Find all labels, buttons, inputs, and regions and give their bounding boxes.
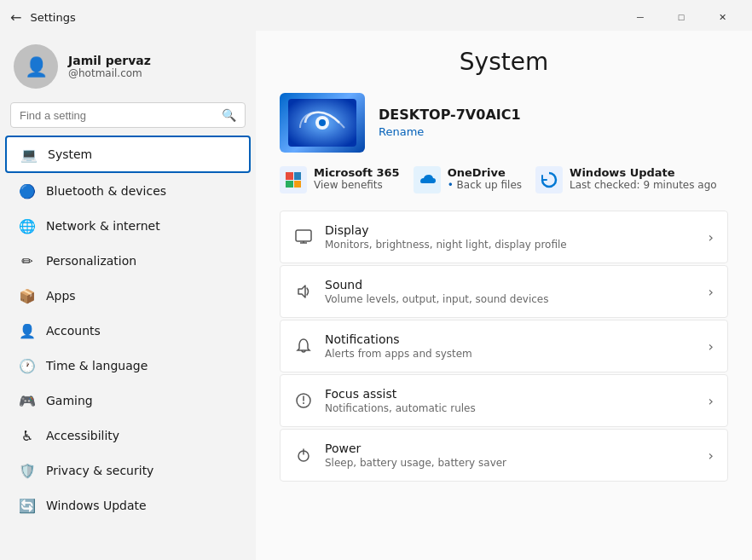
settings-item-display[interactable]: Display Monitors, brightness, night ligh… [280,211,728,263]
user-profile: 👤 Jamil pervaz @hotmail.com [0,31,256,99]
ms365-text: Microsoft 365 View benefits [314,166,400,191]
onedrive-name: OneDrive [448,166,522,179]
sound-text: Sound Volume levels, output, input, soun… [325,278,548,305]
display-chevron: › [709,229,714,245]
sidebar-item-accessibility[interactable]: ♿ Accessibility [5,419,251,453]
sidebar-item-bluetooth-label: Bluetooth & devices [46,184,166,198]
winupdate-name: Windows Update [570,166,717,179]
sidebar-item-accounts-label: Accounts [46,324,101,338]
device-name: DESKTOP-7V0AIC1 [379,107,521,123]
settings-item-sound[interactable]: Sound Volume levels, output, input, soun… [280,265,728,318]
winupdate-desc: Last checked: 9 minutes ago [570,179,717,191]
onedrive-icon [414,166,441,193]
sidebar-item-network-label: Network & internet [46,219,160,233]
update-icon: 🔄 [19,497,36,514]
service-ms365[interactable]: Microsoft 365 View benefits [280,166,400,193]
focusassist-title: Focus assist [325,387,476,401]
window-controls: ─ □ ✕ [621,5,742,29]
notifications-title: Notifications [325,332,472,346]
sidebar-nav: 💻 System 🔵 Bluetooth & devices 🌐 Network… [0,135,256,523]
svg-point-2 [319,119,326,126]
notifications-left: Notifications Alerts from apps and syste… [294,332,472,360]
sound-chevron: › [709,284,714,300]
sound-desc: Volume levels, output, input, sound devi… [325,293,548,305]
sidebar-item-accounts[interactable]: 👤 Accounts [5,314,251,348]
sidebar-item-privacy[interactable]: 🛡️ Privacy & security [5,453,251,488]
back-button[interactable]: ← [10,9,21,26]
display-title: Display [325,223,567,237]
focusassist-text: Focus assist Notifications, automatic ru… [325,387,476,414]
onedrive-text: OneDrive Back up files [448,166,522,191]
sidebar-item-system[interactable]: 💻 System [5,136,251,173]
main-content: System DE [256,31,752,560]
page-title: System [280,48,728,76]
focusassist-chevron: › [709,393,714,409]
privacy-icon: 🛡️ [19,462,36,479]
sidebar-item-timelang[interactable]: 🕐 Time & language [5,349,251,383]
sidebar-item-accessibility-label: Accessibility [46,429,119,442]
notifications-text: Notifications Alerts from apps and syste… [325,332,472,360]
sidebar-item-update[interactable]: 🔄 Windows Update [5,488,251,522]
sound-icon [294,282,313,301]
sidebar-item-apps[interactable]: 📦 Apps [5,279,251,313]
rename-link[interactable]: Rename [379,125,424,138]
display-icon [294,228,313,246]
ms365-name: Microsoft 365 [314,166,400,179]
search-box: 🔍 [10,102,246,128]
minimize-button[interactable]: ─ [621,5,660,29]
service-winupdate[interactable]: Windows Update Last checked: 9 minutes a… [535,166,717,193]
search-input[interactable] [20,109,215,122]
sidebar-item-privacy-label: Privacy & security [46,464,153,477]
accessibility-icon: ♿ [19,427,36,444]
service-onedrive[interactable]: OneDrive Back up files [414,166,522,193]
avatar: 👤 [14,44,58,89]
notifications-chevron: › [709,338,714,355]
focusassist-left: Focus assist Notifications, automatic ru… [294,387,476,414]
bluetooth-icon: 🔵 [19,182,36,199]
notifications-desc: Alerts from apps and system [325,348,472,360]
settings-list: Display Monitors, brightness, night ligh… [280,211,728,482]
sidebar-item-network[interactable]: 🌐 Network & internet [5,209,251,243]
sidebar: 👤 Jamil pervaz @hotmail.com 🔍 💻 System 🔵… [0,31,256,560]
svg-rect-4 [294,172,301,180]
power-text: Power Sleep, battery usage, battery save… [325,442,506,469]
sidebar-item-gaming[interactable]: 🎮 Gaming [5,384,251,418]
settings-item-focusassist[interactable]: Focus assist Notifications, automatic ru… [280,374,728,427]
svg-rect-3 [286,172,293,180]
focusassist-desc: Notifications, automatic rules [325,402,476,414]
settings-item-power[interactable]: Power Sleep, battery usage, battery save… [280,429,728,482]
system-icon: 💻 [20,146,38,163]
ms365-icon [280,166,307,193]
settings-item-notifications[interactable]: Notifications Alerts from apps and syste… [280,320,728,372]
timelang-icon: 🕐 [19,357,36,374]
accounts-icon: 👤 [19,322,36,339]
svg-rect-6 [294,181,301,188]
sidebar-item-timelang-label: Time & language [46,359,148,372]
user-info: Jamil pervaz @hotmail.com [68,54,151,79]
winupdate-text: Windows Update Last checked: 9 minutes a… [570,166,717,191]
close-button[interactable]: ✕ [703,5,742,29]
device-card: DESKTOP-7V0AIC1 Rename [280,93,728,153]
maximize-button[interactable]: □ [662,5,701,29]
sidebar-item-personalization[interactable]: ✏️ Personalization [5,244,251,278]
ms365-desc: View benefits [314,179,400,191]
user-name: Jamil pervaz [68,54,151,67]
sidebar-item-update-label: Windows Update [46,499,147,512]
power-chevron: › [709,447,714,464]
search-icon: 🔍 [222,108,236,122]
device-thumbnail [280,93,365,153]
sidebar-item-system-label: System [48,147,92,161]
notifications-icon [294,337,313,355]
services-row: Microsoft 365 View benefits OneDrive Bac… [280,166,728,193]
svg-rect-7 [296,230,311,241]
sidebar-item-apps-label: Apps [46,289,76,303]
title-bar: ← Settings ─ □ ✕ [0,0,752,31]
user-email: @hotmail.com [68,67,151,79]
power-left: Power Sleep, battery usage, battery save… [294,442,506,469]
power-title: Power [325,442,506,455]
sound-title: Sound [325,278,548,292]
gaming-icon: 🎮 [19,392,36,409]
display-desc: Monitors, brightness, night light, displ… [325,239,567,251]
sidebar-item-bluetooth[interactable]: 🔵 Bluetooth & devices [5,174,251,208]
network-icon: 🌐 [19,217,36,234]
